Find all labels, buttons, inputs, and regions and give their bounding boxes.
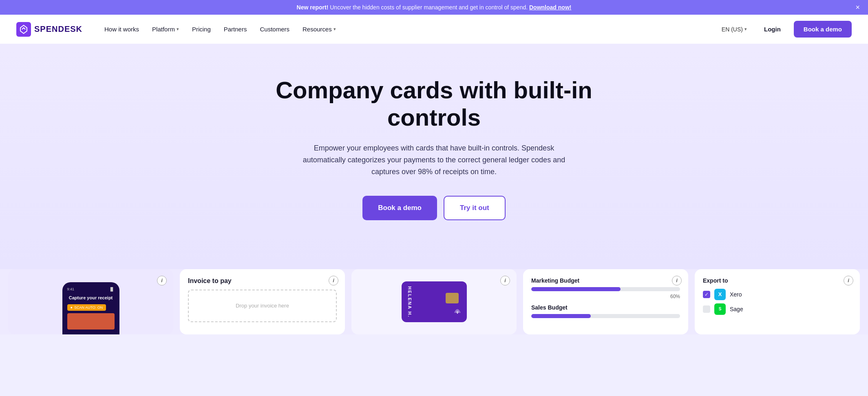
marketing-budget-label: Marketing Budget — [531, 277, 680, 284]
phone-time: 9:41 — [67, 287, 75, 291]
nav-item-customers[interactable]: Customers — [254, 22, 295, 36]
export-title: Export to — [703, 277, 852, 284]
language-selector[interactable]: EN (US) ▾ — [718, 24, 751, 35]
banner-text: New report! Uncover the hidden costs of … — [297, 4, 572, 11]
banner-close-button[interactable]: × — [855, 3, 860, 12]
banner-link[interactable]: Download now! — [529, 4, 571, 11]
sales-budget-bar-container — [531, 314, 680, 318]
logo-link[interactable]: SPENDESK — [16, 22, 82, 37]
credit-card-card: i HELENA H. — [351, 269, 517, 334]
export-card: i Export to ✓ X Xero S Sage — [695, 269, 860, 334]
sales-budget-bar — [531, 314, 591, 318]
credit-card-info-button[interactable]: i — [500, 276, 510, 285]
xero-label: Xero — [730, 291, 742, 298]
scan-auto-badge: ● SCAN AUTO: ON — [67, 304, 106, 311]
nav-right: EN (US) ▾ Login Book a demo — [718, 21, 852, 38]
invoice-drop-zone[interactable]: Drop your invoice here — [188, 290, 337, 322]
sage-checkbox[interactable] — [703, 305, 710, 313]
xero-export-item: ✓ X Xero — [703, 289, 852, 300]
xero-logo: X — [714, 289, 726, 300]
spendesk-logo-icon — [16, 22, 31, 37]
navbar: SPENDESK How it works Platform ▾ Pricing… — [0, 15, 868, 44]
export-card-info-button[interactable]: i — [844, 276, 853, 285]
hero-section: Company cards with built-in controls Emp… — [0, 44, 868, 269]
receipt-capture-card: i 9:41 ▐▌ Capture your receipt ● SCAN AU… — [8, 269, 173, 334]
invoice-card: i Invoice to pay Drop your invoice here — [180, 269, 345, 334]
sage-logo: S — [714, 303, 726, 315]
platform-chevron-icon: ▾ — [177, 27, 179, 32]
capture-receipt-label: Capture your receipt — [67, 295, 115, 300]
banner-bold: New report! — [297, 4, 329, 11]
nav-item-pricing[interactable]: Pricing — [186, 22, 216, 36]
sage-label: Sage — [730, 306, 743, 312]
marketing-budget-bar-container — [531, 287, 680, 291]
xero-checkbox[interactable]: ✓ — [703, 291, 710, 298]
book-demo-hero-button[interactable]: Book a demo — [362, 196, 437, 220]
phone-signal: ▐▌ — [109, 287, 115, 291]
announcement-banner: New report! Uncover the hidden costs of … — [0, 0, 868, 15]
nav-item-resources[interactable]: Resources ▾ — [297, 22, 342, 36]
book-demo-nav-button[interactable]: Book a demo — [794, 21, 852, 38]
invoice-title: Invoice to pay — [188, 277, 337, 285]
phone-mockup: 9:41 ▐▌ Capture your receipt ● SCAN AUTO… — [62, 282, 119, 334]
resources-chevron-icon: ▾ — [334, 27, 336, 32]
card-holder-name: HELENA H. — [407, 286, 412, 318]
nav-links: How it works Platform ▾ Pricing Partners… — [99, 22, 718, 36]
hero-buttons: Book a demo Try it out — [16, 196, 852, 220]
svg-point-1 — [457, 313, 457, 314]
credit-card-visual: HELENA H. — [402, 281, 467, 322]
nav-item-partners[interactable]: Partners — [218, 22, 253, 36]
nav-item-how-it-works[interactable]: How it works — [99, 22, 145, 36]
hero-title: Company cards with built-in controls — [275, 77, 593, 131]
feature-cards-section: i 9:41 ▐▌ Capture your receipt ● SCAN AU… — [0, 269, 868, 334]
contactless-icon — [453, 305, 462, 316]
login-button[interactable]: Login — [758, 22, 787, 36]
budget-card-info-button[interactable]: i — [672, 276, 682, 285]
svg-rect-0 — [16, 22, 31, 37]
lang-chevron-icon: ▾ — [744, 27, 747, 32]
logo-text: SPENDESK — [34, 24, 82, 34]
sage-export-item: S Sage — [703, 303, 852, 315]
invoice-card-info-button[interactable]: i — [329, 276, 338, 285]
marketing-budget-bar — [531, 287, 621, 291]
try-it-out-button[interactable]: Try it out — [444, 196, 506, 220]
sales-budget-label: Sales Budget — [531, 304, 680, 311]
marketing-budget-pct: 60% — [531, 294, 680, 299]
nav-item-platform[interactable]: Platform ▾ — [146, 22, 185, 36]
phone-status-bar: 9:41 ▐▌ — [67, 287, 115, 291]
chip-icon — [446, 293, 459, 303]
hero-subtitle: Empower your employees with cards that h… — [296, 142, 573, 177]
banner-body: Uncover the hidden costs of supplier man… — [330, 4, 529, 11]
receipt-image-placeholder — [67, 313, 115, 330]
budget-card: i Marketing Budget 60% Sales Budget — [523, 269, 688, 334]
invoice-drop-label: Drop your invoice here — [236, 303, 289, 309]
receipt-card-info-button[interactable]: i — [157, 276, 167, 285]
